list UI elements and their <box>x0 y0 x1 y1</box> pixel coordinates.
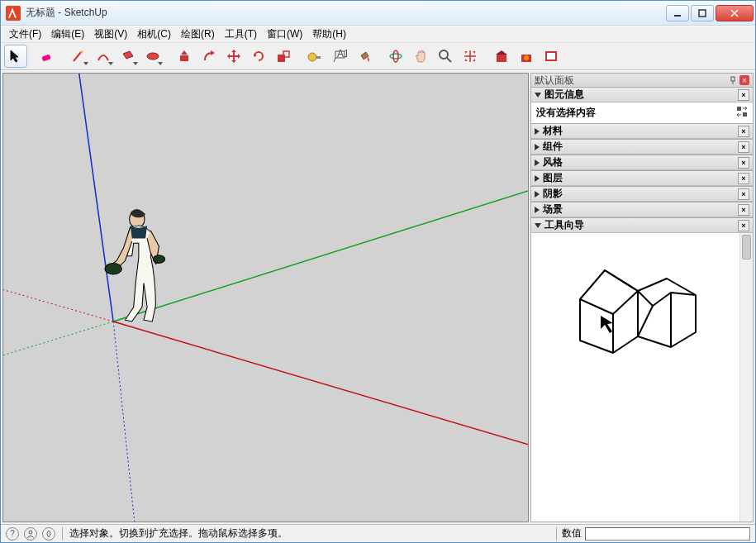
panel-header-instructor[interactable]: 工具向导× <box>531 218 753 233</box>
scale-figure <box>105 209 165 322</box>
viewport-3d[interactable] <box>2 73 529 522</box>
close-button[interactable] <box>716 5 754 21</box>
circle-tool[interactable] <box>141 45 164 68</box>
scale-tool[interactable] <box>272 45 295 68</box>
axis-red-neg <box>3 280 113 322</box>
maximize-button[interactable] <box>691 5 714 21</box>
tray-close-icon[interactable]: × <box>739 75 749 85</box>
svg-point-9 <box>308 53 316 61</box>
offset-tool[interactable] <box>197 45 221 68</box>
svg-point-14 <box>390 54 402 59</box>
warehouse-tool[interactable] <box>490 45 513 68</box>
panel-components: 组件× <box>530 140 754 155</box>
orbit-tool[interactable] <box>384 45 407 68</box>
menu-edit[interactable]: 编辑(E) <box>46 26 89 43</box>
panel-header-entity[interactable]: 图元信息 × <box>531 88 753 102</box>
panel-close-icon[interactable]: × <box>738 141 749 153</box>
tray-header[interactable]: 默认面板 × <box>530 73 754 88</box>
panel-close-icon[interactable]: × <box>738 220 749 231</box>
panel-tray: 默认面板 × 图元信息 × 没有选择内容 材料× 组件× <box>530 73 754 522</box>
panel-shadows: 阴影× <box>530 187 754 202</box>
panel-header-materials[interactable]: 材料× <box>531 124 753 139</box>
panel-close-icon[interactable]: × <box>738 204 749 216</box>
text-tool[interactable]: A1 <box>328 45 351 68</box>
toolbar: A1 <box>1 42 755 70</box>
instructor-scrollbar[interactable] <box>739 233 753 522</box>
instructor-body <box>531 233 753 522</box>
panel-header-scenes[interactable]: 场景× <box>531 202 753 217</box>
svg-point-20 <box>524 55 529 60</box>
menu-tools[interactable]: 工具(T) <box>220 26 262 43</box>
panel-close-icon[interactable]: × <box>738 188 749 200</box>
panel-close-icon[interactable]: × <box>738 157 749 169</box>
menu-camera[interactable]: 相机(C) <box>132 26 176 43</box>
disclosure-down-icon <box>535 93 541 98</box>
panel-styles: 风格× <box>530 155 754 171</box>
svg-rect-22 <box>547 53 555 60</box>
statusbar: ? 选择对象。切换到扩充选择。拖动鼠标选择多项。 数值 <box>1 524 755 542</box>
panel-layers: 图层× <box>530 171 754 187</box>
menu-window[interactable]: 窗口(W) <box>262 26 307 43</box>
rotate-tool[interactable] <box>247 45 270 68</box>
scroll-thumb[interactable] <box>742 235 751 260</box>
axis-blue <box>77 74 113 322</box>
tray-pin-icon[interactable] <box>728 75 738 85</box>
disclosure-right-icon <box>535 160 540 166</box>
layout-tool[interactable] <box>540 45 563 68</box>
window-title: 无标题 - SketchUp <box>26 6 666 20</box>
svg-point-16 <box>440 50 448 59</box>
zoom-tool[interactable] <box>434 45 457 68</box>
eraser-tool[interactable] <box>36 45 59 68</box>
panel-header-styles[interactable]: 风格× <box>531 155 753 170</box>
panel-close-icon[interactable]: × <box>738 173 749 184</box>
zoom-extents-tool[interactable] <box>459 45 482 68</box>
entity-message: 没有选择内容 <box>536 107 596 118</box>
panel-close-icon[interactable]: × <box>738 126 749 137</box>
move-tool[interactable] <box>222 45 245 68</box>
rectangle-tool[interactable] <box>116 45 140 68</box>
line-tool[interactable] <box>67 45 90 68</box>
svg-line-17 <box>447 58 451 62</box>
svg-rect-10 <box>316 56 321 59</box>
app-icon <box>6 6 21 21</box>
pushpull-tool[interactable] <box>173 45 196 68</box>
panel-header-components[interactable]: 组件× <box>531 140 753 155</box>
svg-point-25 <box>153 255 164 264</box>
svg-text:A1: A1 <box>337 49 347 60</box>
menu-draw[interactable]: 绘图(R) <box>176 26 220 43</box>
panel-close-icon[interactable]: × <box>738 89 749 101</box>
menubar: 文件(F) 编辑(E) 视图(V) 相机(C) 绘图(R) 工具(T) 窗口(W… <box>1 26 755 42</box>
disclosure-right-icon <box>535 128 540 135</box>
panel-header-layers[interactable]: 图层× <box>531 171 753 186</box>
paint-tucket-tool[interactable] <box>353 45 376 68</box>
arc-tool[interactable] <box>92 45 115 68</box>
disclosure-right-icon <box>535 144 540 150</box>
menu-help[interactable]: 帮助(H) <box>307 26 351 43</box>
entity-body: 没有选择内容 <box>531 102 753 123</box>
value-label: 数值 <box>562 526 582 541</box>
tray-title: 默认面板 <box>535 74 574 88</box>
menu-view[interactable]: 视图(V) <box>89 26 132 43</box>
axis-red <box>113 322 528 450</box>
svg-rect-4 <box>41 54 50 61</box>
axis-green <box>113 186 528 322</box>
svg-point-15 <box>393 50 398 62</box>
user-icon[interactable] <box>24 527 37 541</box>
menu-file[interactable]: 文件(F) <box>4 26 46 43</box>
pan-tool[interactable] <box>409 45 432 68</box>
extension-warehouse-tool[interactable] <box>515 45 538 68</box>
tape-tool[interactable] <box>303 45 326 68</box>
workspace: 默认面板 × 图元信息 × 没有选择内容 材料× 组件× <box>1 70 755 524</box>
minimize-button[interactable] <box>666 5 689 21</box>
svg-point-24 <box>105 263 121 274</box>
panel-header-shadows[interactable]: 阴影× <box>531 187 753 202</box>
panel-scenes: 场景× <box>530 202 754 218</box>
svg-point-5 <box>147 53 159 60</box>
panel-instructor: 工具向导× <box>530 218 754 522</box>
measurements-input[interactable] <box>585 527 750 541</box>
help-icon[interactable]: ? <box>6 527 19 541</box>
svg-line-13 <box>334 58 335 62</box>
select-tool[interactable] <box>4 45 27 68</box>
entity-options-icon[interactable] <box>736 106 748 117</box>
geo-icon[interactable] <box>42 527 55 541</box>
